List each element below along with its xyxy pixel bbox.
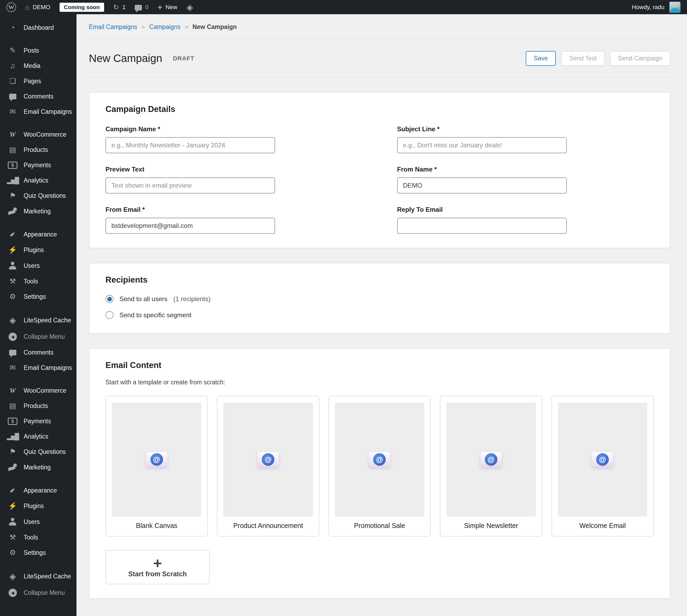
send-to-all-users-radio[interactable] <box>106 295 113 303</box>
send-to-all-users-option[interactable]: Send to all users (1 recipients) <box>106 295 654 303</box>
sidebar-item-payments[interactable]: $Payments <box>0 158 76 173</box>
plus-icon: + <box>157 3 162 11</box>
sidebar-item-litespeed-cache[interactable]: ◈LiteSpeed Cache <box>0 312 76 329</box>
sidebar-item-payments[interactable]: $Payments <box>0 414 76 429</box>
coming-soon-badge: Coming soon <box>60 3 104 12</box>
at-icon: @ <box>150 453 163 466</box>
updates-indicator[interactable]: ↻ 1 <box>113 4 126 11</box>
account-menu[interactable]: Howdy, radu <box>632 2 681 13</box>
collapse-icon: ◀ <box>7 333 18 341</box>
sidebar-item-quiz-questions[interactable]: ⚑Quiz Questions <box>0 444 76 460</box>
payments-icon: $ <box>7 418 18 425</box>
at-icon: @ <box>596 453 609 466</box>
comments-icon <box>7 94 18 99</box>
preview-text-field-group: Preview Text <box>106 166 362 194</box>
send-test-button[interactable]: Send Test <box>561 51 605 66</box>
sidebar-item-analytics[interactable]: ▂▅█Analytics <box>0 429 76 444</box>
template-card-label: Welcome Email <box>579 516 626 536</box>
template-preview: @ <box>558 403 647 516</box>
send-to-segment-option[interactable]: Send to specific segment <box>106 311 654 319</box>
breadcrumb-link-email-campaigns[interactable]: Email Campaigns <box>89 23 137 30</box>
reply-to-email-input[interactable] <box>397 218 567 234</box>
sidebar-item-tools[interactable]: ⚒Tools <box>0 530 76 545</box>
template-card-simple-newsletter[interactable]: @ Simple Newsletter <box>440 396 542 536</box>
settings-icon: ⚙ <box>7 293 18 300</box>
start-from-scratch-card[interactable]: + Start from Scratch <box>106 550 209 584</box>
at-icon: @ <box>373 453 386 466</box>
sidebar-item-plugins[interactable]: ⚡Plugins <box>0 499 76 514</box>
pages-icon: ❏ <box>7 78 18 85</box>
sidebar-item-settings[interactable]: ⚙Settings <box>0 545 76 560</box>
sidebar-item-litespeed-cache[interactable]: ◈LiteSpeed Cache <box>0 568 76 585</box>
page-header: New Campaign DRAFT Save Send Test Send C… <box>89 51 670 66</box>
header-divider <box>89 77 670 78</box>
litespeed-menu[interactable]: ◈ <box>186 3 193 12</box>
quiz-questions-icon: ⚑ <box>7 448 18 456</box>
sidebar-item-users[interactable]: Users <box>0 258 76 274</box>
sidebar-item-dashboard[interactable]: ◔Dashboard <box>0 20 76 36</box>
sidebar-item-users[interactable]: Users <box>0 514 76 530</box>
sidebar-item-collapse-menu[interactable]: ◀Collapse Menu <box>0 585 76 601</box>
comment-count: 0 <box>145 4 149 11</box>
subject-line-label: Subject Line * <box>397 125 654 133</box>
template-card-label: Promotional Sale <box>354 516 405 536</box>
recipients-count-note: (1 recipients) <box>173 295 210 303</box>
sidebar-item-email-campaigns[interactable]: ✉Email Campaigns <box>0 360 76 375</box>
sidebar-item-analytics[interactable]: ▂▅█Analytics <box>0 173 76 188</box>
sidebar-item-posts[interactable]: ✎Posts <box>0 43 76 58</box>
from-name-input[interactable] <box>397 177 567 194</box>
admin-bar-right: Howdy, radu <box>632 2 681 13</box>
sidebar-item-woocommerce[interactable]: WWooCommerce <box>0 127 76 142</box>
from-email-input[interactable] <box>106 218 275 234</box>
sidebar-item-collapse-menu[interactable]: ◀Collapse Menu <box>0 329 76 345</box>
new-menu[interactable]: + New <box>157 3 177 11</box>
wordpress-logo-icon[interactable]: W <box>6 2 16 12</box>
sidebar-item-products[interactable]: ▤Products <box>0 398 76 414</box>
sidebar-item-comments[interactable]: Comments <box>0 89 76 104</box>
template-card-welcome-email[interactable]: @ Welcome Email <box>552 396 654 536</box>
appearance-icon: ✒ <box>7 230 18 238</box>
woocommerce-icon: W <box>7 131 18 138</box>
admin-bar-left: W ⌂ DEMO Coming soon ↻ 1 0 + New ◈ <box>6 2 193 12</box>
from-email-field-group: From Email * <box>106 206 362 234</box>
template-card-blank-canvas[interactable]: @ Blank Canvas <box>106 396 208 536</box>
subject-line-input[interactable] <box>397 137 567 153</box>
sidebar-item-appearance[interactable]: ✒Appearance <box>0 226 76 242</box>
email-content-subtext: Start with a template or create from scr… <box>106 379 654 386</box>
sidebar-item-quiz-questions[interactable]: ⚑Quiz Questions <box>0 188 76 203</box>
litespeed-diamond-icon: ◈ <box>186 3 193 12</box>
tools-icon: ⚒ <box>7 278 18 285</box>
campaign-name-input[interactable] <box>106 137 275 153</box>
sidebar-item-appearance[interactable]: ✒Appearance <box>0 483 76 499</box>
sidebar-item-media[interactable]: ♫Media <box>0 58 76 73</box>
preview-text-label: Preview Text <box>106 166 362 173</box>
sidebar-item-marketing[interactable]: Marketing <box>0 203 76 219</box>
update-count: 1 <box>123 4 126 11</box>
sidebar-item-products[interactable]: ▤Products <box>0 142 76 158</box>
comments-indicator[interactable]: 0 <box>135 4 149 11</box>
sidebar-item-settings[interactable]: ⚙Settings <box>0 289 76 304</box>
breadcrumb-current: New Campaign <box>193 23 237 30</box>
template-card-product-announcement[interactable]: @ Product Announcement <box>217 396 319 536</box>
email-envelope-icon: @ <box>146 452 168 467</box>
send-to-segment-radio[interactable] <box>106 311 113 319</box>
email-campaigns-icon: ✉ <box>7 108 18 115</box>
sidebar-item-marketing[interactable]: Marketing <box>0 460 76 475</box>
sidebar-item-email-campaigns[interactable]: ✉Email Campaigns <box>0 104 76 119</box>
recipients-panel: Recipients Send to all users (1 recipien… <box>89 263 670 334</box>
site-menu[interactable]: ⌂ DEMO <box>25 4 50 11</box>
template-card-promotional-sale[interactable]: @ Promotional Sale <box>329 396 431 536</box>
sidebar-item-pages[interactable]: ❏Pages <box>0 73 76 89</box>
send-campaign-button[interactable]: Send Campaign <box>610 51 670 66</box>
breadcrumb-link-campaigns[interactable]: Campaigns <box>149 23 180 30</box>
sidebar-item-tools[interactable]: ⚒Tools <box>0 274 76 289</box>
save-button[interactable]: Save <box>526 51 556 66</box>
email-envelope-icon: @ <box>257 452 279 467</box>
update-icon: ↻ <box>113 4 119 11</box>
analytics-icon: ▂▅█ <box>7 434 18 440</box>
sidebar-item-comments[interactable]: Comments <box>0 345 76 360</box>
sidebar-item-plugins[interactable]: ⚡Plugins <box>0 242 76 258</box>
preview-text-input[interactable] <box>106 177 275 194</box>
sidebar-item-woocommerce[interactable]: WWooCommerce <box>0 383 76 398</box>
users-icon <box>7 518 18 526</box>
